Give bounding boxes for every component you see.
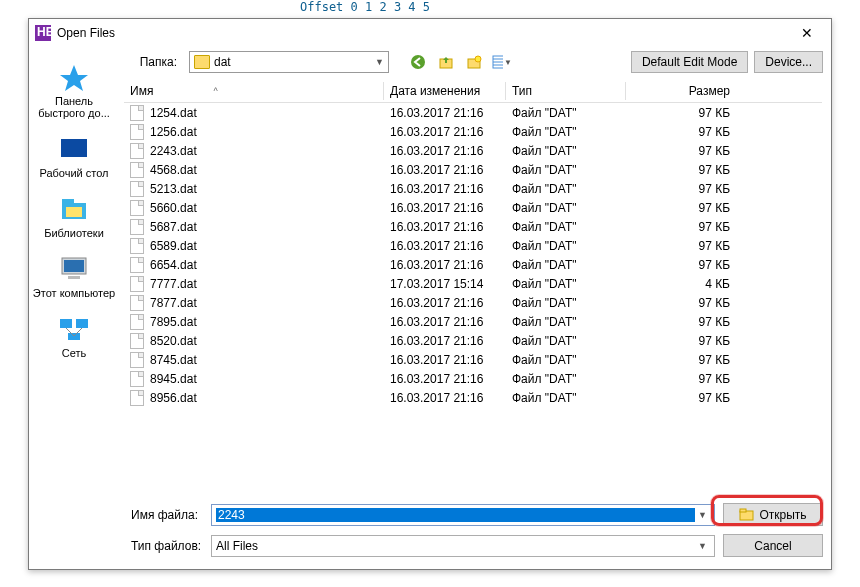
file-row[interactable]: 5213.dat16.03.2017 21:16Файл "DAT"97 КБ <box>124 179 822 198</box>
file-row[interactable]: 2243.dat16.03.2017 21:16Файл "DAT"97 КБ <box>124 141 822 160</box>
file-name: 1254.dat <box>150 106 197 120</box>
network-icon <box>56 313 92 345</box>
chevron-down-icon: ▼ <box>375 57 384 67</box>
file-name: 7877.dat <box>150 296 197 310</box>
place-quick[interactable]: Панель быстрого до... <box>31 61 117 119</box>
device-button[interactable]: Device... <box>754 51 823 73</box>
file-list: Имя^ Дата изменения Тип Размер 1254.dat1… <box>123 79 823 471</box>
cancel-button[interactable]: Cancel <box>723 534 823 557</box>
place-desktop[interactable]: Рабочий стол <box>31 133 117 179</box>
place-libs[interactable]: Библиотеки <box>31 193 117 239</box>
file-type: Файл "DAT" <box>506 353 626 367</box>
places-bar: Панель быстрого до...Рабочий столБиблиот… <box>29 47 119 569</box>
file-row[interactable]: 8956.dat16.03.2017 21:16Файл "DAT"97 КБ <box>124 388 822 407</box>
svg-rect-11 <box>76 319 88 328</box>
sort-indicator-icon: ^ <box>213 86 217 96</box>
file-row[interactable]: 6654.dat16.03.2017 21:16Файл "DAT"97 КБ <box>124 255 822 274</box>
file-row[interactable]: 6589.dat16.03.2017 21:16Файл "DAT"97 КБ <box>124 236 822 255</box>
back-button[interactable] <box>407 51 429 73</box>
filetype-row: Тип файлов: All Files ▼ Cancel <box>123 534 823 557</box>
place-network[interactable]: Сеть <box>31 313 117 359</box>
up-button[interactable] <box>435 51 457 73</box>
file-type: Файл "DAT" <box>506 163 626 177</box>
chevron-down-icon[interactable]: ▼ <box>695 541 710 551</box>
filename-value: 2243 <box>216 508 695 522</box>
chevron-down-icon[interactable]: ▼ <box>695 510 710 520</box>
file-size: 97 КБ <box>626 144 736 158</box>
open-button[interactable]: Открыть <box>723 503 823 526</box>
new-folder-button[interactable] <box>463 51 485 73</box>
file-name: 7777.dat <box>150 277 197 291</box>
file-name: 6654.dat <box>150 258 197 272</box>
file-size: 97 КБ <box>626 315 736 329</box>
file-icon <box>130 162 144 178</box>
column-name[interactable]: Имя^ <box>124 80 384 102</box>
file-type: Файл "DAT" <box>506 220 626 234</box>
view-menu-button[interactable]: ▼ <box>491 51 513 73</box>
file-type: Файл "DAT" <box>506 106 626 120</box>
file-row[interactable]: 1256.dat16.03.2017 21:16Файл "DAT"97 КБ <box>124 122 822 141</box>
file-name: 5213.dat <box>150 182 197 196</box>
close-button[interactable]: ✕ <box>787 25 827 41</box>
file-type: Файл "DAT" <box>506 258 626 272</box>
file-date: 16.03.2017 21:16 <box>384 391 506 405</box>
file-row[interactable]: 5660.dat16.03.2017 21:16Файл "DAT"97 КБ <box>124 198 822 217</box>
svg-rect-6 <box>66 207 82 217</box>
default-edit-mode-button[interactable]: Default Edit Mode <box>631 51 748 73</box>
file-date: 16.03.2017 21:16 <box>384 315 506 329</box>
svg-rect-3 <box>61 139 87 157</box>
file-size: 97 КБ <box>626 201 736 215</box>
svg-text:HEX: HEX <box>37 25 51 39</box>
file-type: Файл "DAT" <box>506 277 626 291</box>
file-date: 16.03.2017 21:16 <box>384 201 506 215</box>
filename-row: Имя файла: 2243 ▼ Открыть <box>123 503 823 526</box>
libs-icon <box>56 193 92 225</box>
folder-dropdown[interactable]: dat ▼ <box>189 51 389 73</box>
column-size[interactable]: Размер <box>626 80 736 102</box>
file-type: Файл "DAT" <box>506 239 626 253</box>
filetype-value: All Files <box>216 539 695 553</box>
file-size: 97 КБ <box>626 239 736 253</box>
file-row[interactable]: 7777.dat17.03.2017 15:14Файл "DAT"4 КБ <box>124 274 822 293</box>
filename-label: Имя файла: <box>123 508 203 522</box>
file-row[interactable]: 7877.dat16.03.2017 21:16Файл "DAT"97 КБ <box>124 293 822 312</box>
file-date: 16.03.2017 21:16 <box>384 258 506 272</box>
file-name: 7895.dat <box>150 315 197 329</box>
file-type: Файл "DAT" <box>506 201 626 215</box>
titlebar: HEX Open Files ✕ <box>29 19 831 47</box>
file-row[interactable]: 5687.dat16.03.2017 21:16Файл "DAT"97 КБ <box>124 217 822 236</box>
file-size: 97 КБ <box>626 334 736 348</box>
file-icon <box>130 143 144 159</box>
file-name: 4568.dat <box>150 163 197 177</box>
file-type: Файл "DAT" <box>506 144 626 158</box>
file-row[interactable]: 8520.dat16.03.2017 21:16Файл "DAT"97 КБ <box>124 331 822 350</box>
column-headers: Имя^ Дата изменения Тип Размер <box>124 80 822 103</box>
filetype-dropdown[interactable]: All Files ▼ <box>211 535 715 557</box>
file-date: 16.03.2017 21:16 <box>384 163 506 177</box>
column-date[interactable]: Дата изменения <box>384 80 506 102</box>
file-size: 97 КБ <box>626 125 736 139</box>
file-row[interactable]: 7895.dat16.03.2017 21:16Файл "DAT"97 КБ <box>124 312 822 331</box>
filename-input[interactable]: 2243 ▼ <box>211 504 715 526</box>
file-icon <box>130 333 144 349</box>
file-size: 97 КБ <box>626 353 736 367</box>
file-date: 16.03.2017 21:16 <box>384 239 506 253</box>
file-date: 16.03.2017 21:16 <box>384 106 506 120</box>
file-type: Файл "DAT" <box>506 296 626 310</box>
open-file-dialog: HEX Open Files ✕ Панель быстрого до...Ра… <box>28 18 832 570</box>
file-size: 97 КБ <box>626 391 736 405</box>
file-date: 16.03.2017 21:16 <box>384 144 506 158</box>
file-row[interactable]: 4568.dat16.03.2017 21:16Файл "DAT"97 КБ <box>124 160 822 179</box>
place-thispc[interactable]: Этот компьютер <box>31 253 117 299</box>
file-row[interactable]: 8945.dat16.03.2017 21:16Файл "DAT"97 КБ <box>124 369 822 388</box>
file-row[interactable]: 1254.dat16.03.2017 21:16Файл "DAT"97 КБ <box>124 103 822 122</box>
place-label: Сеть <box>31 347 117 359</box>
file-date: 16.03.2017 21:16 <box>384 220 506 234</box>
file-row[interactable]: 8745.dat16.03.2017 21:16Файл "DAT"97 КБ <box>124 350 822 369</box>
place-label: Библиотеки <box>31 227 117 239</box>
column-type[interactable]: Тип <box>506 80 626 102</box>
svg-rect-8 <box>64 260 84 272</box>
file-size: 4 КБ <box>626 277 736 291</box>
folder-icon <box>194 55 210 69</box>
file-icon <box>130 257 144 273</box>
